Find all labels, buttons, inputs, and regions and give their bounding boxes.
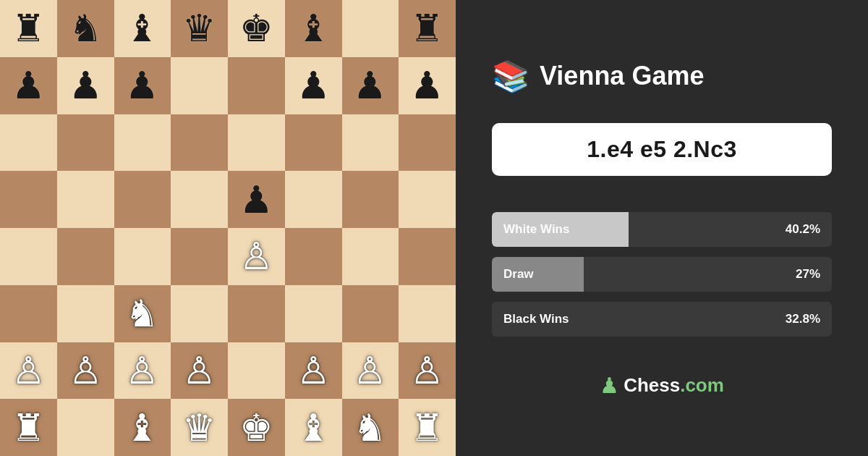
cell-r6-c0: ♙ bbox=[0, 342, 57, 400]
cell-r2-c3 bbox=[171, 114, 228, 172]
cell-r7-c6: ♞ bbox=[342, 399, 399, 456]
piece-wp-r6-c6: ♙ bbox=[353, 352, 387, 389]
cell-r5-c5 bbox=[285, 285, 342, 342]
logo-section: ♟ Chess.com bbox=[600, 373, 724, 398]
cell-r5-c3 bbox=[171, 285, 228, 342]
cell-r0-c4: ♚ bbox=[228, 0, 285, 57]
piece-bp-r3-c4: ♟ bbox=[239, 181, 273, 219]
cell-r4-c7 bbox=[399, 228, 456, 285]
cell-r7-c0: ♜ bbox=[0, 399, 57, 456]
cell-r2-c0 bbox=[0, 114, 57, 172]
piece-wn-r7-c6: ♞ bbox=[353, 409, 387, 447]
cell-r3-c2 bbox=[114, 171, 171, 228]
cell-r1-c0: ♟ bbox=[0, 57, 57, 114]
piece-wn-r5-c2: ♞ bbox=[125, 295, 159, 332]
cell-r4-c4: ♙ bbox=[228, 228, 285, 285]
piece-wp-r6-c5: ♙ bbox=[297, 352, 331, 389]
cell-r0-c1: ♞ bbox=[57, 0, 114, 57]
cell-r4-c1 bbox=[57, 228, 114, 285]
piece-bp-r1-c6: ♟ bbox=[353, 67, 387, 104]
cell-r0-c5: ♝ bbox=[285, 0, 342, 57]
chess-board: ♜♞♝♛♚♝♜♟♟♟♟♟♟♟♙♞♙♙♙♙♙♙♙♜♝♛♚♝♞♜ bbox=[0, 0, 456, 456]
cell-r6-c5: ♙ bbox=[285, 342, 342, 400]
piece-wp-r4-c4: ♙ bbox=[239, 237, 273, 275]
logo-text: Chess.com bbox=[624, 374, 724, 397]
cell-r2-c1 bbox=[57, 114, 114, 172]
cell-r1-c2: ♟ bbox=[114, 57, 171, 114]
piece-wq-r7-c3: ♛ bbox=[182, 409, 216, 447]
piece-bb-r0-c2: ♝ bbox=[125, 9, 159, 47]
cell-r6-c2: ♙ bbox=[114, 342, 171, 400]
cell-r0-c7: ♜ bbox=[399, 0, 456, 57]
cell-r1-c1: ♟ bbox=[57, 57, 114, 114]
stat-row-white-wins: White Wins40.2% bbox=[492, 212, 832, 247]
cell-r6-c1: ♙ bbox=[57, 342, 114, 400]
cell-r5-c6 bbox=[342, 285, 399, 342]
piece-wb-r7-c2: ♝ bbox=[125, 409, 159, 447]
cell-r1-c5: ♟ bbox=[285, 57, 342, 114]
cell-r4-c3 bbox=[171, 228, 228, 285]
cell-r5-c1 bbox=[57, 285, 114, 342]
piece-wp-r6-c1: ♙ bbox=[69, 352, 103, 389]
cell-r3-c5 bbox=[285, 171, 342, 228]
stats-section: White Wins40.2%Draw27%Black Wins32.8% bbox=[492, 212, 832, 337]
cell-r1-c7: ♟ bbox=[399, 57, 456, 114]
piece-wp-r6-c0: ♙ bbox=[12, 352, 46, 389]
info-panel: 📚 Vienna Game 1.e4 e5 2.Nc3 White Wins40… bbox=[456, 0, 868, 456]
piece-wp-r6-c7: ♙ bbox=[410, 352, 444, 389]
book-icon: 📚 bbox=[492, 59, 529, 94]
cell-r3-c0 bbox=[0, 171, 57, 228]
piece-bq-r0-c3: ♛ bbox=[182, 9, 216, 47]
stat-label-1: Draw bbox=[492, 267, 796, 282]
cell-r2-c7 bbox=[399, 114, 456, 172]
stat-row-draw: Draw27% bbox=[492, 257, 832, 292]
cell-r6-c6: ♙ bbox=[342, 342, 399, 400]
piece-br-r0-c7: ♜ bbox=[410, 9, 444, 47]
piece-wp-r6-c3: ♙ bbox=[182, 352, 216, 389]
cell-r6-c7: ♙ bbox=[399, 342, 456, 400]
cell-r3-c7 bbox=[399, 171, 456, 228]
cell-r0-c0: ♜ bbox=[0, 0, 57, 57]
stat-label-2: Black Wins bbox=[492, 312, 786, 326]
stat-value-2: 32.8% bbox=[786, 312, 832, 326]
cell-r1-c4 bbox=[228, 57, 285, 114]
piece-wr-r7-c0: ♜ bbox=[12, 409, 46, 447]
cell-r2-c2 bbox=[114, 114, 171, 172]
cell-r7-c1 bbox=[57, 399, 114, 456]
cell-r7-c4: ♚ bbox=[228, 399, 285, 456]
cell-r5-c4 bbox=[228, 285, 285, 342]
piece-wp-r6-c2: ♙ bbox=[125, 352, 159, 389]
cell-r2-c4 bbox=[228, 114, 285, 172]
piece-bp-r1-c1: ♟ bbox=[69, 67, 103, 104]
piece-wr-r7-c7: ♜ bbox=[410, 409, 444, 447]
logo-com-text: com bbox=[685, 374, 723, 396]
cell-r2-c5 bbox=[285, 114, 342, 172]
cell-r7-c7: ♜ bbox=[399, 399, 456, 456]
cell-r3-c4: ♟ bbox=[228, 171, 285, 228]
cell-r4-c5 bbox=[285, 228, 342, 285]
cell-r1-c6: ♟ bbox=[342, 57, 399, 114]
cell-r4-c2 bbox=[114, 228, 171, 285]
stat-row-black-wins: Black Wins32.8% bbox=[492, 302, 832, 337]
cell-r0-c2: ♝ bbox=[114, 0, 171, 57]
cell-r2-c6 bbox=[342, 114, 399, 172]
opening-title: Vienna Game bbox=[540, 61, 704, 91]
cell-r3-c6 bbox=[342, 171, 399, 228]
cell-r7-c2: ♝ bbox=[114, 399, 171, 456]
piece-bb-r0-c5: ♝ bbox=[297, 9, 331, 47]
cell-r4-c0 bbox=[0, 228, 57, 285]
piece-wk-r7-c4: ♚ bbox=[239, 409, 273, 447]
cell-r5-c2: ♞ bbox=[114, 285, 171, 342]
stat-value-0: 40.2% bbox=[786, 222, 832, 237]
cell-r7-c3: ♛ bbox=[171, 399, 228, 456]
cell-r5-c0 bbox=[0, 285, 57, 342]
logo-chess-text: Chess bbox=[624, 374, 680, 396]
piece-bp-r1-c7: ♟ bbox=[410, 67, 444, 104]
cell-r0-c3: ♛ bbox=[171, 0, 228, 57]
opening-header: 📚 Vienna Game bbox=[492, 59, 704, 94]
cell-r6-c4 bbox=[228, 342, 285, 400]
cell-r1-c3 bbox=[171, 57, 228, 114]
cell-r4-c6 bbox=[342, 228, 399, 285]
stat-label-0: White Wins bbox=[492, 222, 786, 237]
moves-box: 1.e4 e5 2.Nc3 bbox=[492, 123, 832, 176]
